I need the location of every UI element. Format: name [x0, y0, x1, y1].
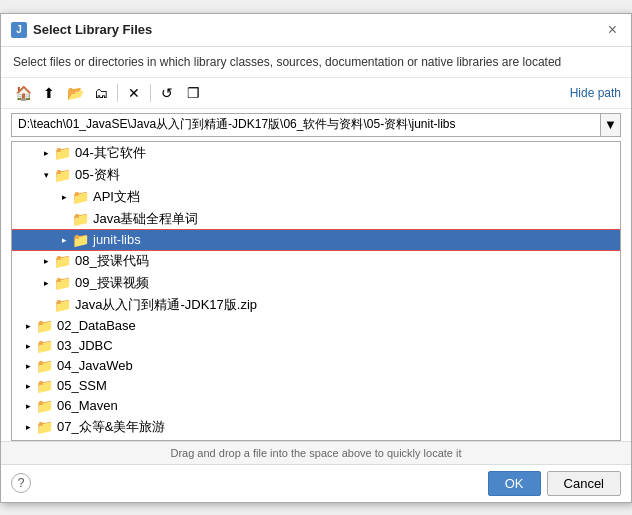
folder-icon: 📁 [36, 338, 53, 354]
folder-icon: 📁 [54, 253, 71, 269]
expand-button[interactable]: ▸ [56, 189, 72, 205]
select-library-dialog: J Select Library Files × Select files or… [0, 13, 632, 503]
folder-icon: 📁 [72, 189, 89, 205]
folder-icon: 📁 [36, 378, 53, 394]
tree-item-label: Java从入门到精通-JDK17版.zip [75, 296, 257, 314]
toolbar: 🏠 ⬆ 📂 🗂 ✕ ↺ ❐ Hide path [1, 78, 631, 109]
action-buttons: OK Cancel [488, 471, 621, 496]
expand-button[interactable] [56, 211, 72, 227]
tree-item[interactable]: ▸📁05_SSM [12, 376, 620, 396]
tree-item-label: 06_Maven [57, 398, 118, 413]
title-bar: J Select Library Files × [1, 14, 631, 47]
folder-icon: 📁 [36, 358, 53, 374]
expand-button[interactable]: ▸ [20, 378, 36, 394]
folder-open-button[interactable]: 📂 [63, 82, 87, 104]
expand-button[interactable]: ▸ [38, 253, 54, 269]
expand-button[interactable]: ▾ [38, 167, 54, 183]
tree-item[interactable]: ▸📁04_JavaWeb [12, 356, 620, 376]
expand-button[interactable]: ▸ [20, 398, 36, 414]
tree-item[interactable]: 📁Java从入门到精通-JDK17版.zip [12, 294, 620, 316]
hide-path-link[interactable]: Hide path [570, 86, 621, 100]
bottom-bar: ? OK Cancel [1, 464, 631, 502]
folder-icon: 📁 [36, 398, 53, 414]
title-bar-left: J Select Library Files [11, 22, 152, 38]
tree-item-label: API文档 [93, 188, 140, 206]
cancel-button[interactable]: Cancel [547, 471, 621, 496]
close-button[interactable]: × [604, 20, 621, 40]
folder-icon: 📁 [72, 232, 89, 248]
expand-button[interactable]: ▸ [38, 275, 54, 291]
tree-item-label: 03_JDBC [57, 338, 113, 353]
tree-item[interactable]: ▸📁02_DataBase [12, 316, 620, 336]
expand-button[interactable]: ▸ [20, 419, 36, 435]
dialog-title: Select Library Files [33, 22, 152, 37]
tree-item[interactable]: ▸📁04-其它软件 [12, 142, 620, 164]
tree-item-label: 05-资料 [75, 166, 120, 184]
folder-icon: 📁 [54, 275, 71, 291]
expand-button[interactable]: ▸ [38, 145, 54, 161]
tree-item-label: junit-libs [93, 232, 141, 247]
file-tree[interactable]: ▸📁04-其它软件▾📁05-资料▸📁API文档📁Java基础全程单词▸📁juni… [11, 141, 621, 441]
folder-icon: 📁 [36, 318, 53, 334]
tree-item[interactable]: ▸📁junit-libs [12, 230, 620, 250]
separator2 [150, 84, 151, 102]
delete-button[interactable]: ✕ [122, 82, 146, 104]
tree-item-label: 02_DataBase [57, 318, 136, 333]
tree-item[interactable]: 📁Java基础全程单词 [12, 208, 620, 230]
folder-icon: 📁 [54, 297, 71, 313]
tree-item[interactable]: ▸📁09_授课视频 [12, 272, 620, 294]
up-button[interactable]: ⬆ [37, 82, 61, 104]
tree-item-label: 04_JavaWeb [57, 358, 133, 373]
path-bar: ▼ [11, 113, 621, 137]
expand-button[interactable]: ▸ [20, 338, 36, 354]
separator1 [117, 84, 118, 102]
folder-icon: 📁 [36, 419, 53, 435]
tree-item[interactable]: ▾📁05-资料 [12, 164, 620, 186]
tree-item-label: 04-其它软件 [75, 144, 146, 162]
expand-button[interactable]: ▸ [20, 358, 36, 374]
tree-item-label: Java基础全程单词 [93, 210, 198, 228]
tree-item-label: 07_众等&美年旅游 [57, 418, 165, 436]
folder-icon: 📁 [54, 167, 71, 183]
expand-button[interactable] [38, 297, 54, 313]
folder-icon: 📁 [54, 145, 71, 161]
tree-item[interactable]: ▸📁06_Maven [12, 396, 620, 416]
path-input[interactable] [12, 115, 600, 135]
tree-item[interactable]: ▸📁03_JDBC [12, 336, 620, 356]
tree-item-label: 09_授课视频 [75, 274, 149, 292]
expand-button[interactable]: ▸ [56, 232, 72, 248]
tree-item-label: 05_SSM [57, 378, 107, 393]
tree-item[interactable]: ▸📁API文档 [12, 186, 620, 208]
ok-button[interactable]: OK [488, 471, 541, 496]
copy-button[interactable]: ❐ [181, 82, 205, 104]
tree-item[interactable]: ▸📁07_众等&美年旅游 [12, 416, 620, 438]
tree-item[interactable]: ▸📁08_授课代码 [12, 250, 620, 272]
folder-icon: 📁 [72, 211, 89, 227]
dialog-icon: J [11, 22, 27, 38]
expand-button[interactable]: ▸ [20, 318, 36, 334]
help-button[interactable]: ? [11, 473, 31, 493]
drag-drop-hint: Drag and drop a file into the space abov… [1, 441, 631, 464]
tree-item-label: 08_授课代码 [75, 252, 149, 270]
path-dropdown-button[interactable]: ▼ [600, 114, 620, 136]
description-text: Select files or directories in which lib… [1, 47, 631, 78]
new-folder-button[interactable]: 🗂 [89, 82, 113, 104]
refresh-button[interactable]: ↺ [155, 82, 179, 104]
home-button[interactable]: 🏠 [11, 82, 35, 104]
